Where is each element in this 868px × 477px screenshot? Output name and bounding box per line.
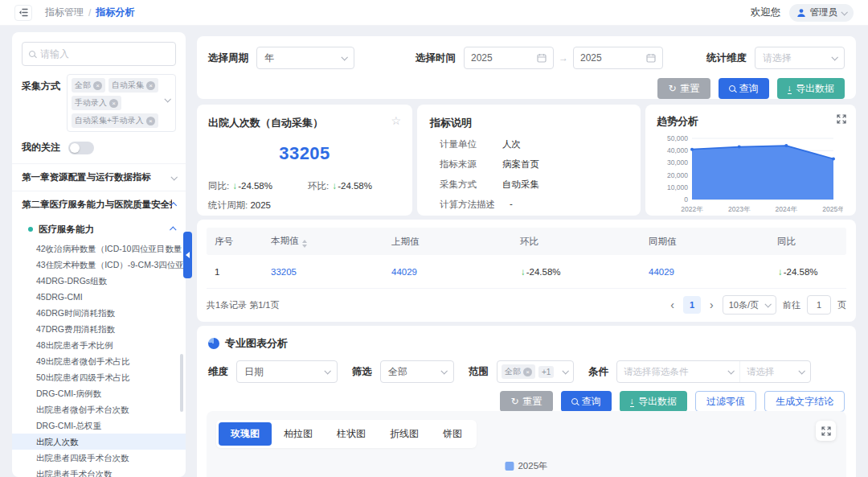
next-page-icon[interactable]: ›	[707, 298, 716, 311]
tab-line-chart[interactable]: 折线图	[378, 422, 431, 446]
sidebar-item[interactable]: 46DRG时间消耗指数	[12, 305, 186, 321]
tab-pie-chart[interactable]: 饼图	[431, 422, 474, 446]
tag-auto[interactable]: 自动采集×	[108, 78, 158, 93]
tag-all[interactable]: 全部×	[72, 78, 105, 93]
tab-bar-chart[interactable]: 柱状图	[325, 422, 378, 446]
tab-pareto-chart[interactable]: 柏拉图	[272, 422, 325, 446]
dimension-select[interactable]: 请选择	[755, 47, 845, 69]
an-dimension-select[interactable]: 日期	[236, 360, 338, 383]
page-size-select[interactable]: 10条/页	[723, 295, 776, 315]
current-value-link[interactable]: 33205	[271, 267, 391, 277]
download-icon: ↓	[630, 397, 635, 407]
sidebar-collapse-handle[interactable]	[183, 232, 192, 278]
tab-rose-chart[interactable]: 玫瑰图	[219, 422, 272, 446]
trend-area-chart: 010,00020,00030,00040,00050,0002022年2023…	[657, 130, 843, 216]
refresh-icon: ↻	[668, 84, 676, 93]
sidebar-item[interactable]: 49出院患者微创手术占比	[12, 353, 186, 369]
range-arrow-icon: →	[559, 52, 568, 64]
time-label: 选择时间	[416, 51, 456, 65]
an-query-button[interactable]: 查询	[561, 391, 612, 412]
an-dim-label: 维度	[208, 365, 228, 379]
sidebar-group-medical-capability[interactable]: 医疗服务能力	[12, 218, 186, 241]
search-icon	[729, 85, 735, 92]
close-icon[interactable]: ×	[93, 81, 102, 90]
my-follow-toggle[interactable]	[68, 142, 94, 154]
sidebar-item[interactable]: 出院患者微创手术台次数	[12, 401, 186, 417]
data-table-card: 序号 本期值 上期值 环比 同期值 同比 1 33205 44029 ↓-24.…	[197, 220, 856, 322]
sidebar-chapter-1[interactable]: 第一章资源配置与运行数据指标	[12, 163, 186, 191]
svg-text:2024年: 2024年	[776, 205, 798, 213]
arrow-down-icon: ↓	[332, 181, 337, 191]
sidebar-item[interactable]: DRG-CMI-总权重	[12, 417, 186, 434]
chart-panel: 玫瑰图 柏拉图 柱状图 折线图 饼图 2025年	[207, 411, 846, 477]
tag-manual[interactable]: 手动录入×	[72, 96, 121, 110]
chart-legend[interactable]: 2025年	[505, 460, 547, 472]
chevron-down-icon	[831, 54, 837, 60]
sidebar-item-selected[interactable]: 出院人次数	[12, 434, 186, 450]
top-header: 指标管理 / 指标分析 欢迎您 管理员	[0, 0, 868, 26]
arrow-down-icon: ↓	[232, 181, 237, 191]
an-condition-select[interactable]: 请选择筛选条件 请选择	[616, 360, 811, 383]
close-icon[interactable]: ×	[523, 368, 532, 376]
an-filter-select[interactable]: 全部	[380, 360, 454, 383]
goto-label: 前往	[783, 299, 800, 311]
chevron-down-icon	[798, 368, 805, 374]
svg-text:0: 0	[684, 195, 688, 204]
close-icon[interactable]: ×	[146, 117, 155, 125]
time-start-input[interactable]: 2025	[464, 47, 554, 69]
sidebar-scrollbar[interactable]	[180, 354, 183, 412]
mom-cell: ↓-24.58%	[520, 267, 649, 277]
same-period-link[interactable]: 44029	[649, 267, 777, 277]
period-select[interactable]: 年	[256, 47, 354, 69]
page-number[interactable]: 1	[683, 296, 701, 314]
breadcrumb-root[interactable]: 指标管理	[45, 6, 84, 19]
chevron-down-icon[interactable]	[164, 96, 170, 102]
an-filter-label: 筛选	[352, 365, 372, 379]
svg-text:10,000: 10,000	[667, 183, 688, 191]
an-range-select[interactable]: 全部× +1	[497, 360, 574, 383]
tag-auto-manual[interactable]: 自动采集+手动录入×	[72, 113, 158, 128]
refresh-icon: ↻	[510, 397, 518, 406]
sidebar-item[interactable]: 44DRG-DRGs组数	[12, 273, 186, 289]
desc-row: 采集方式自动采集	[430, 179, 628, 191]
user-menu[interactable]: 管理员	[789, 4, 854, 22]
star-favorite-icon[interactable]: ☆	[391, 114, 401, 127]
sidebar-item[interactable]: 47DRG费用消耗指数	[12, 321, 186, 337]
breadcrumb-current[interactable]: 指标分析	[96, 6, 134, 19]
sidebar-item[interactable]: 42收治病种数量（ICD-10四位亚目数量）	[12, 241, 186, 257]
sidebar-item[interactable]: 50出院患者四级手术占比	[12, 369, 186, 385]
generate-text-button[interactable]: 生成文字结论	[764, 391, 845, 412]
desc-row: 计算方法描述-	[430, 199, 628, 211]
search-icon	[571, 398, 578, 405]
sidebar-item[interactable]: 43住院术种数量（ICD）-9-CM-3四位亚目数量	[12, 257, 186, 273]
goto-page-input[interactable]: 1	[807, 295, 831, 315]
previous-value-link[interactable]: 44029	[391, 267, 520, 277]
export-button[interactable]: ↓导出数据	[777, 78, 845, 99]
legend-swatch-icon	[505, 462, 514, 471]
time-end-input[interactable]: 2025	[573, 47, 663, 69]
reset-button[interactable]: ↻重置	[657, 78, 710, 99]
sidebar-item[interactable]: 48出院患者手术比例	[12, 337, 186, 353]
desc-title: 指标说明	[430, 116, 628, 130]
prev-page-icon[interactable]: ‹	[668, 298, 677, 311]
sidebar-item[interactable]: DRG-CMI-病例数	[12, 385, 186, 401]
sidebar-collapse-icon[interactable]	[14, 5, 32, 21]
collect-method-select[interactable]: 全部× 自动采集× 手动录入× 自动采集+手动录入×	[67, 74, 176, 132]
an-export-button[interactable]: ↓导出数据	[620, 391, 688, 412]
sidebar-item[interactable]: 45DRG-CMI	[12, 289, 186, 305]
sidebar-item[interactable]: 出院患者手术台次数	[12, 466, 186, 477]
close-icon[interactable]: ×	[109, 99, 118, 108]
mom-stat: 环比: ↓-24.58%	[308, 180, 372, 192]
range-tag: 全部×	[502, 364, 535, 379]
filter-zero-button[interactable]: 过滤零值	[695, 391, 756, 412]
sidebar-chapter-2[interactable]: 第二章医疗服务能力与医院质量安全指标	[12, 191, 186, 218]
search-input[interactable]	[40, 48, 169, 60]
query-button[interactable]: 查询	[719, 78, 769, 99]
close-icon[interactable]: ×	[146, 81, 155, 90]
fullscreen-icon[interactable]	[837, 114, 846, 126]
sidebar-item[interactable]: 出院患者四级手术台次数	[12, 450, 186, 466]
sort-icon[interactable]	[302, 240, 307, 248]
an-reset-button[interactable]: ↻重置	[500, 391, 552, 412]
metric-title: 出院人次数（自动采集）	[208, 116, 401, 130]
fullscreen-icon[interactable]	[816, 421, 836, 441]
